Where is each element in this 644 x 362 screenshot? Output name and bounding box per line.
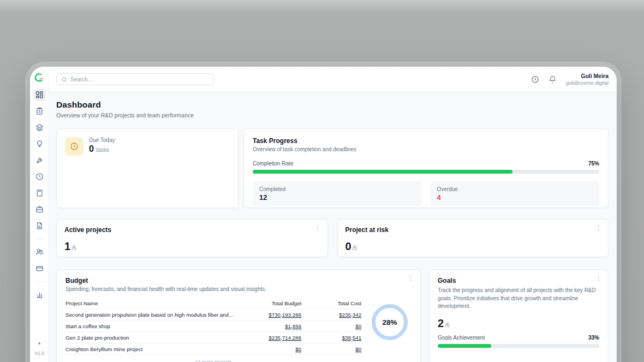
total-cost-value[interactable]: $38,541 (342, 335, 361, 342)
budget-subtitle: Spending, forecasts, and financial healt… (65, 286, 412, 292)
kebab-menu-icon[interactable]: ⋮ (595, 275, 601, 281)
sidebar-footer: V1.0 (30, 342, 49, 356)
overdue-value: 4 (437, 193, 593, 201)
main-area: Guli Meira guli@creme.digital Dashboard … (49, 67, 617, 362)
total-budget-value[interactable]: $235,714.286 (269, 335, 301, 342)
budget-table: Project Name Total Budget Total Cost Sec… (65, 298, 361, 362)
sidebar-item-projects[interactable] (33, 121, 46, 134)
project-at-risk-title: Project at risk (345, 226, 601, 234)
budget-spend-pct: 28% (383, 318, 397, 327)
task-progress-card: Task Progress Overview of task completio… (243, 128, 609, 208)
kebab-menu-icon[interactable]: ⋮ (595, 225, 601, 231)
history-clock-icon[interactable] (531, 75, 539, 84)
due-clock-icon (65, 137, 84, 156)
completed-value: 12 (259, 193, 415, 201)
table-row: Start a coffee shop $1,656 $0 (65, 321, 361, 332)
clock-icon (35, 173, 44, 181)
due-today-count: 0 tasks (89, 144, 115, 154)
layers-icon (35, 123, 44, 132)
app-version: V1.0 (30, 351, 49, 356)
goals-value: 2 (438, 317, 444, 330)
document-icon (35, 222, 44, 230)
table-row: Gen 2 plate pre-production $235,714.286 … (65, 332, 361, 343)
project-at-risk-total: /5 (353, 245, 357, 251)
project-at-risk-card: Project at risk ⋮ 0 /5 (337, 219, 609, 257)
table-row: Second generation propulsion plate based… (65, 309, 361, 321)
lightbulb-icon (35, 140, 44, 148)
column-total-budget: Total Budget (233, 300, 301, 306)
sidebar-item-analytics[interactable] (33, 288, 46, 301)
sidebar-item-portfolio[interactable] (33, 203, 46, 216)
budget-spend-ring: 28% (372, 304, 408, 340)
column-total-cost: Total Cost (301, 300, 361, 306)
user-email: guli@creme.digital (566, 80, 609, 86)
active-projects-card: Active projects ⋮ 1 /5 (56, 219, 328, 257)
page-title: Dashboard (56, 100, 609, 110)
kebab-menu-icon[interactable]: ⋮ (315, 225, 321, 231)
active-projects-value: 1 (64, 240, 70, 253)
dashboard-icon (35, 91, 44, 99)
sidebar-item-tools[interactable] (33, 154, 46, 167)
completed-label: Completed (259, 186, 415, 192)
active-projects-total: /5 (71, 245, 76, 251)
total-cost-value[interactable]: $235,342 (339, 312, 361, 319)
completed-stat-box: Completed 12 (253, 181, 422, 206)
total-budget-value[interactable]: $0 (295, 346, 301, 353)
overdue-stat-box: Overdue 4 (431, 181, 600, 206)
total-cost-value[interactable]: $0 (355, 346, 361, 353)
sidebar-item-documents[interactable] (33, 219, 46, 232)
task-progress-title: Task Progress (253, 137, 599, 145)
project-at-risk-value: 0 (345, 240, 351, 253)
table-row: Creighton Beryllium mine project $0 $0 (65, 343, 361, 355)
budget-card: Budget ⋮ Spending, forecasts, and financ… (56, 269, 421, 362)
credit-card-icon (35, 264, 44, 272)
sidebar-item-team[interactable] (33, 246, 46, 258)
topbar: Guli Meira guli@creme.digital (49, 67, 617, 92)
overdue-label: Overdue (437, 186, 593, 192)
due-today-card: Due Today 0 tasks (56, 128, 238, 208)
user-menu[interactable]: Guli Meira guli@creme.digital (566, 73, 609, 86)
search-icon (61, 76, 67, 82)
completion-rate-bar-fill (253, 170, 512, 174)
sidebar-item-ideas[interactable] (33, 138, 46, 150)
sidebar: V1.0 (30, 67, 49, 362)
goals-achievement-bar (438, 344, 599, 348)
task-progress-subtitle: Overview of task completion and deadline… (253, 146, 599, 152)
creme-logo-icon (34, 72, 45, 83)
sidebar-item-dashboard[interactable] (33, 88, 46, 101)
goals-achievement-pct: 33% (588, 335, 599, 341)
project-name: Start a coffee shop (65, 323, 233, 329)
search-box[interactable] (56, 73, 214, 85)
goals-title: Goals (438, 277, 599, 284)
total-cost-value[interactable]: $0 (355, 323, 361, 330)
users-icon (35, 248, 44, 256)
sidebar-item-billing[interactable] (33, 262, 46, 275)
status-dot-icon[interactable] (38, 342, 40, 345)
total-budget-value[interactable]: $1,656 (285, 323, 301, 330)
clipboard-icon (35, 107, 44, 115)
completion-rate-pct: 75% (588, 161, 599, 167)
column-project-name: Project Name (65, 300, 233, 306)
bar-chart-icon (35, 290, 44, 299)
goals-card: Goals ⋮ Track the progress and alignment… (428, 269, 609, 362)
budget-title: Budget (65, 277, 412, 284)
sidebar-item-time[interactable] (33, 170, 46, 183)
sidebar-divider (34, 281, 45, 282)
search-input[interactable] (70, 76, 209, 82)
total-budget-value[interactable]: $730,193.286 (269, 312, 301, 319)
project-name: Gen 2 plate pre-production (65, 335, 233, 341)
more-projects-link[interactable]: +1 more projects (65, 359, 361, 362)
bell-icon[interactable] (548, 75, 557, 84)
project-name: Second generation propulsion plate based… (65, 312, 233, 318)
goals-total: /6 (445, 322, 449, 328)
project-name: Creighton Beryllium mine project (65, 346, 233, 352)
app-window: V1.0 (30, 67, 617, 362)
sidebar-item-tasks[interactable] (33, 105, 46, 117)
kebab-menu-icon[interactable]: ⋮ (408, 275, 414, 281)
sidebar-divider (34, 239, 45, 239)
sidebar-item-calculator[interactable] (33, 187, 46, 199)
briefcase-icon (35, 205, 44, 213)
completion-rate-bar (253, 170, 599, 174)
dashboard-content: Dashboard Overview of your R&D projects … (49, 92, 617, 362)
calculator-icon (35, 189, 44, 197)
